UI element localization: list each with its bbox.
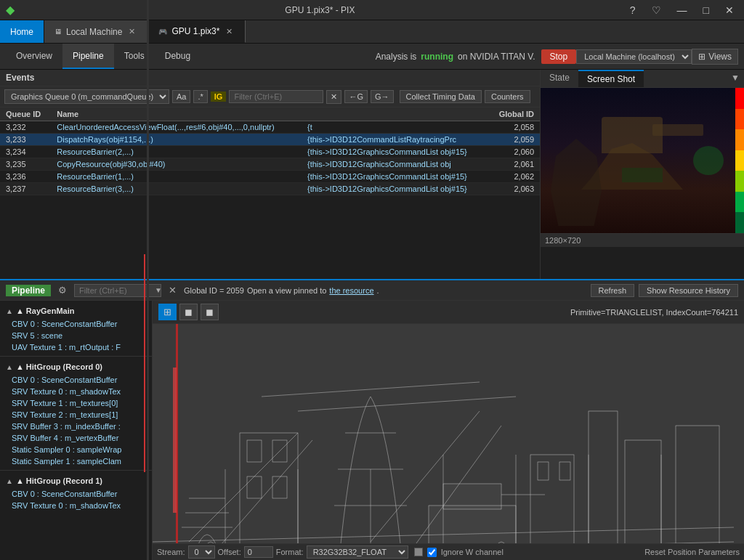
favorite-button[interactable]: ♡ xyxy=(647,3,666,17)
gpu-tab-icon: 🎮 xyxy=(158,28,167,36)
close-button[interactable]: ✕ xyxy=(721,3,738,17)
cell-queue-id: 3,233 xyxy=(0,134,51,146)
gpu-tab[interactable]: 🎮 GPU 1.pix3* ✕ xyxy=(148,20,246,43)
stop-button[interactable]: Stop xyxy=(541,49,577,64)
maximize-button[interactable]: □ xyxy=(699,3,713,17)
ignore-w-checkbox[interactable] xyxy=(427,548,437,557)
list-item[interactable]: SRV Texture 0 : m_shadowTex xyxy=(0,500,152,511)
cell-extra: {this->ID3D12GraphicsCommandList obj#15} xyxy=(302,146,489,158)
minimize-button[interactable]: — xyxy=(673,3,692,17)
regex-btn[interactable]: .* xyxy=(193,90,207,103)
stream-selector[interactable]: 0 xyxy=(188,545,215,559)
tab-screenshot[interactable]: Screen Shot xyxy=(578,70,644,87)
cell-global-id: 2,063 xyxy=(489,183,540,195)
collect-timing-btn[interactable]: Collect Timing Data xyxy=(400,90,482,103)
offset-input[interactable] xyxy=(244,546,273,558)
pipeline-viewport: ⊞ ◼ ◼ Primitive=TRIANGLELIST, IndexCount… xyxy=(153,301,744,560)
tab-debug-label: Debug xyxy=(165,51,190,61)
section-hitgroup1[interactable]: ▲ ▲ HitGroup (Record 1) xyxy=(0,474,152,488)
events-header: Events xyxy=(0,70,540,86)
pipeline-settings-btn[interactable]: ⚙ xyxy=(55,285,70,296)
table-row[interactable]: 3,236 ResourceBarrier(1,...) {this->ID3D… xyxy=(0,171,540,183)
table-row[interactable]: 3,232 ClearUnorderedAccessViewFloat(...,… xyxy=(0,121,540,134)
queue-selector[interactable]: Graphics Queue 0 (m_commandQueue) xyxy=(4,89,169,104)
refresh-button[interactable]: Refresh xyxy=(591,284,635,297)
solid-tool-btn[interactable]: ◼ xyxy=(201,304,219,320)
list-item[interactable]: Static Sampler 0 : sampleWrap xyxy=(0,444,152,455)
tab-state[interactable]: State xyxy=(541,70,578,87)
pipeline-filter-clear-btn[interactable]: ✕ xyxy=(166,285,179,296)
help-button[interactable]: ? xyxy=(626,3,640,17)
arrow-right-btn[interactable]: G→ xyxy=(371,90,394,103)
tab-overview-label: Overview xyxy=(16,51,52,61)
views-button[interactable]: ⊞ Views xyxy=(692,49,738,65)
table-row[interactable]: 3,235 CopyResource(obj#30,obj#40) {this-… xyxy=(0,158,540,171)
gpu-tab-close[interactable]: ✕ xyxy=(224,26,235,37)
table-row[interactable]: 3,237 ResourceBarrier(3,...) {this->ID3D… xyxy=(0,183,540,195)
local-machine-tab-label: Local Machine xyxy=(66,27,122,37)
table-row[interactable]: 3,234 ResourceBarrier(2,...) {this->ID3D… xyxy=(0,146,540,158)
open-view-text: Open a view pinned to xyxy=(247,286,326,295)
home-tab-label: Home xyxy=(10,27,33,37)
counters-btn[interactable]: Counters xyxy=(485,90,530,103)
pipeline-filter-input[interactable] xyxy=(79,286,152,295)
cell-name: ResourceBarrier(1,...) xyxy=(51,171,302,183)
cell-name: CopyResource(obj#30,obj#40) xyxy=(51,158,302,171)
select-tool-btn[interactable]: ⊞ xyxy=(158,304,177,320)
section-hitgroup0[interactable]: ▲ ▲ HitGroup (Record 0) xyxy=(0,360,152,374)
list-item[interactable]: Static Sampler 1 : sampleClam xyxy=(0,455,152,467)
screenshot-dropdown-btn[interactable]: ▼ xyxy=(727,70,744,87)
pipeline-body: ▲ ▲ RayGenMain CBV 0 : SceneConstantBuff… xyxy=(0,301,744,560)
viewport-canvas[interactable] xyxy=(153,324,744,543)
local-machine-tab[interactable]: 🖥 Local Machine ✕ xyxy=(44,20,148,43)
reset-params-button[interactable]: Reset Position Parameters xyxy=(644,548,740,556)
list-item[interactable]: CBV 0 : SceneConstantBuffer xyxy=(0,374,152,386)
pipeline-header: Pipeline ⚙ ▼ ✕ Global ID = 2059 Open a v… xyxy=(0,280,744,301)
cell-queue-id: 3,235 xyxy=(0,158,51,171)
svg-rect-23 xyxy=(429,506,516,543)
app-title: GPU 1.pix3* - PIX xyxy=(285,5,355,15)
filter-dropdown-icon: ▼ xyxy=(155,286,162,294)
local-machine-tab-close[interactable]: ✕ xyxy=(126,26,137,37)
cell-queue-id: 3,232 xyxy=(0,121,51,134)
list-item[interactable]: UAV Texture 1 : m_rtOutput : F xyxy=(0,341,152,353)
divider xyxy=(0,356,152,357)
list-item[interactable]: SRV Texture 1 : m_textures[0] xyxy=(0,397,152,409)
events-filter-input[interactable] xyxy=(229,90,323,103)
collapse-icon: ▲ xyxy=(6,307,13,315)
cell-name: ResourceBarrier(3,...) xyxy=(51,183,302,195)
list-item[interactable]: CBV 0 : SceneConstantBuffer xyxy=(0,318,152,330)
list-item[interactable]: SRV Texture 0 : m_shadowTex xyxy=(0,386,152,397)
filter-clear-btn[interactable]: ✕ xyxy=(326,90,341,104)
machine-selector[interactable]: Local Machine (localhost) xyxy=(576,49,692,64)
arrow-left-btn[interactable]: ←G xyxy=(344,90,368,103)
wireframe-tool-btn[interactable]: ◼ xyxy=(179,304,198,320)
section-raygenmain[interactable]: ▲ ▲ RayGenMain xyxy=(0,304,152,318)
cell-global-id: 2,062 xyxy=(489,171,540,183)
viewport-toolbar: ⊞ ◼ ◼ Primitive=TRIANGLELIST, IndexCount… xyxy=(153,301,744,324)
table-row[interactable]: 3,233 DispatchRays(obj#1154,...) {this->… xyxy=(0,134,540,146)
list-item[interactable]: SRV 5 : scene xyxy=(0,330,152,341)
offset-label: Offset: xyxy=(218,548,241,556)
list-item[interactable]: CBV 0 : SceneConstantBuffer xyxy=(0,488,152,500)
cell-extra: {this->ID3D12GraphicsCommandList obj#15} xyxy=(302,171,489,183)
format-selector[interactable]: R32G32B32_FLOAT xyxy=(307,545,408,559)
resource-link[interactable]: the resource xyxy=(329,286,373,295)
list-item[interactable]: SRV Buffer 3 : m_indexBuffer : xyxy=(0,421,152,432)
home-tab[interactable]: Home xyxy=(0,20,44,43)
tab-overview[interactable]: Overview xyxy=(6,44,62,69)
pipeline-main-panel: Pipeline ⚙ ▼ ✕ Global ID = 2059 Open a v… xyxy=(0,280,744,560)
tab-pipeline[interactable]: Pipeline xyxy=(62,44,114,69)
viewport-footer: Stream: 0 Offset: Format: R32G32B32_FLOA… xyxy=(153,543,744,560)
cell-extra: {t xyxy=(302,121,489,134)
list-item[interactable]: SRV Texture 2 : m_textures[1] xyxy=(0,409,152,421)
case-sensitive-btn[interactable]: Aa xyxy=(172,90,190,103)
tab-screenshot-label: Screen Shot xyxy=(587,74,635,84)
format-label: Format: xyxy=(276,548,304,556)
tab-debug[interactable]: Debug xyxy=(155,44,201,69)
color-swatch xyxy=(414,548,423,556)
main-toolbar: Overview Pipeline Tools Debug Analysis i… xyxy=(0,44,744,70)
show-history-button[interactable]: Show Resource History xyxy=(639,284,738,297)
analysis-on-text: on NVIDIA TITAN V. xyxy=(458,52,535,62)
list-item[interactable]: SRV Buffer 4 : m_vertexBuffer xyxy=(0,432,152,444)
